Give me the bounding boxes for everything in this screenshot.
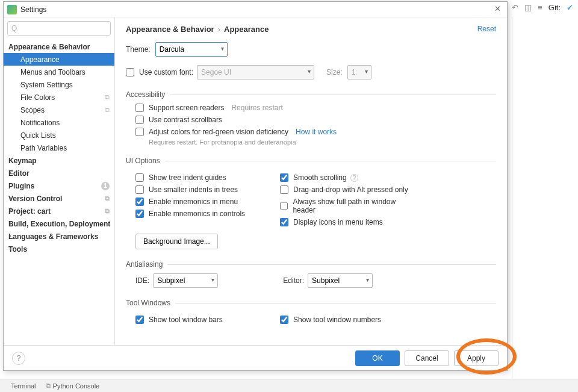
sidebar-item-project-cart[interactable]: Project: cart⧉ [4, 205, 114, 217]
color-deficiency-label: Adjust colors for red-green vision defic… [149, 128, 288, 136]
sidebar-item-tools[interactable]: Tools [4, 243, 114, 255]
theme-select[interactable] [155, 42, 228, 57]
chevron-icon [10, 195, 11, 201]
dragdrop_alt-label: Drag-and-drop with Alt pressed only [293, 185, 408, 194]
sidebar-item-label: Appearance & Behavior [8, 43, 90, 51]
settings-dialog: Settings ✕ Q Appearance & BehaviorAppear… [3, 1, 508, 371]
history-icon[interactable]: ≡ [538, 3, 542, 12]
tree_indent-checkbox[interactable] [135, 173, 144, 182]
python-console-tab[interactable]: ⧉ Python Console [41, 382, 105, 390]
aa-editor-select[interactable] [308, 273, 373, 288]
size-select[interactable] [347, 65, 371, 79]
smaller_indents-checkbox[interactable] [135, 185, 144, 194]
sidebar-item-appearance[interactable]: Appearance [4, 53, 114, 66]
show-tool-window-bars-checkbox[interactable] [135, 316, 144, 324]
tree_indent-label: Show tree indent guides [149, 173, 226, 182]
git-check-icon[interactable]: ✔ [567, 3, 573, 12]
box-icon[interactable]: ◫ [524, 3, 532, 12]
breadcrumb-root[interactable]: Appearance & Behavior [126, 25, 214, 34]
sidebar-item-keymap[interactable]: Keymap [4, 154, 114, 167]
rollback-icon[interactable]: ↶ [512, 3, 518, 12]
background-image-button[interactable]: Background Image... [135, 234, 218, 249]
screen-readers-checkbox[interactable] [135, 104, 144, 112]
reset-link[interactable]: Reset [477, 25, 496, 33]
sidebar-item-label: Build, Execution, Deployment [8, 220, 110, 228]
smaller_indents-label: Use smaller indents in trees [149, 185, 238, 194]
sidebar-item-editor[interactable]: Editor [4, 167, 114, 179]
aa-ide-select[interactable] [153, 273, 218, 288]
show-tool-window-numbers-label: Show tool window numbers [293, 316, 381, 324]
git-label: Git: [548, 3, 561, 12]
screen-readers-label: Support screen readers [149, 104, 224, 112]
font-select[interactable] [197, 65, 314, 79]
sidebar-item-build-execution-deployment[interactable]: Build, Execution, Deployment [4, 217, 114, 230]
sidebar-item-label: Editor [8, 169, 30, 178]
chevron-icon [10, 43, 14, 49]
scope-badge-icon: ⧉ [105, 194, 110, 202]
dragdrop_alt-checkbox[interactable] [280, 185, 288, 194]
settings-sidebar: Q Appearance & BehaviorAppearanceMenus a… [4, 17, 115, 345]
use-custom-font-label: Use custom font: [139, 68, 193, 76]
show-tool-window-bars-label: Show tool window bars [149, 316, 223, 324]
ide-right-panel [512, 17, 578, 379]
mnemonics_menu-label: Enable mnemonics in menu [149, 198, 238, 206]
sidebar-item-label: File Colors [20, 93, 55, 102]
contrast-scrollbars-checkbox[interactable] [135, 116, 144, 124]
sidebar-item-path-variables[interactable]: Path Variables [4, 142, 114, 154]
sidebar-item-appearance-behavior[interactable]: Appearance & Behavior [4, 40, 114, 53]
sidebar-item-system-settings[interactable]: System Settings [4, 78, 114, 91]
sidebar-item-quick-lists[interactable]: Quick Lists [4, 129, 114, 142]
sidebar-item-plugins[interactable]: Plugins1 [4, 179, 114, 192]
size-label: Size: [326, 68, 343, 76]
sidebar-item-notifications[interactable]: Notifications [4, 116, 114, 129]
use-custom-font-checkbox[interactable] [126, 68, 134, 76]
breadcrumb-page: Appearance [224, 25, 269, 34]
settings-content: Reset Appearance & Behavior › Appearance… [115, 17, 507, 345]
breadcrumb-sep: › [218, 25, 220, 34]
cancel-button[interactable]: Cancel [405, 350, 449, 366]
sidebar-item-label: Plugins [8, 182, 34, 190]
close-icon[interactable]: ✕ [491, 4, 503, 16]
full_path_header-checkbox[interactable] [280, 202, 288, 210]
dialog-titlebar: Settings ✕ [4, 2, 507, 17]
sidebar-item-languages-frameworks[interactable]: Languages & Frameworks [4, 230, 114, 243]
search-input[interactable] [18, 24, 107, 33]
sidebar-item-label: System Settings [20, 81, 73, 89]
dialog-title: Settings [20, 5, 46, 14]
help-button[interactable]: ? [12, 352, 25, 365]
scope-badge-icon: ⧉ [105, 106, 110, 114]
theme-label: Theme: [126, 45, 151, 54]
mnemonics_controls-checkbox[interactable] [135, 210, 144, 218]
dialog-footer: ? OK Cancel Apply [4, 345, 507, 370]
chevron-icon [10, 208, 11, 214]
help-icon[interactable]: ? [350, 174, 358, 182]
color-deficiency-sub: Requires restart. For protanopia and deu… [149, 138, 496, 146]
how-it-works-link[interactable]: How it works [296, 128, 337, 136]
settings-tree[interactable]: Appearance & BehaviorAppearanceMenus and… [4, 39, 114, 345]
sidebar-item-file-colors[interactable]: File Colors⧉ [4, 91, 114, 104]
sidebar-item-label: Notifications [20, 119, 60, 127]
color-deficiency-checkbox[interactable] [135, 128, 144, 136]
aa-editor-label: Editor: [283, 276, 304, 285]
terminal-tab[interactable]: Terminal [4, 382, 41, 390]
smooth_scroll-label: Smooth scrolling [293, 173, 347, 182]
search-box[interactable]: Q [7, 21, 111, 36]
show-tool-window-numbers-checkbox[interactable] [280, 316, 288, 324]
scope-badge-icon: ⧉ [105, 93, 110, 101]
screen-readers-hint: Requires restart [231, 104, 282, 112]
sidebar-item-label: Path Variables [20, 144, 67, 152]
sidebar-item-version-control[interactable]: Version Control⧉ [4, 192, 114, 205]
mnemonics_menu-checkbox[interactable] [135, 198, 144, 206]
sidebar-item-menus-and-toolbars[interactable]: Menus and Toolbars [4, 66, 114, 78]
smooth_scroll-checkbox[interactable] [280, 173, 288, 182]
sidebar-item-label: Version Control [8, 194, 62, 203]
icons_menu-checkbox[interactable] [280, 218, 288, 226]
search-icon: Q [11, 24, 17, 33]
sidebar-item-scopes[interactable]: Scopes⧉ [4, 104, 114, 116]
antialiasing-heading: Antialiasing [126, 260, 496, 269]
sidebar-item-label: Quick Lists [20, 131, 56, 140]
chevron-icon [10, 220, 11, 226]
ok-button[interactable]: OK [355, 350, 400, 366]
apply-button[interactable]: Apply [454, 350, 499, 366]
ide-bottom-bar: Terminal ⧉ Python Console [0, 379, 578, 392]
